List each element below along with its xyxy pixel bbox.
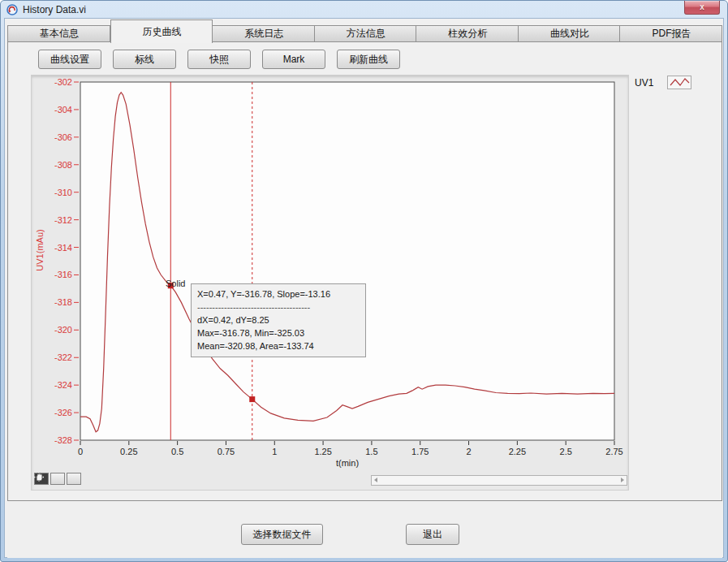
title-bar: History Data.vi x [1,1,727,18]
y-axis-label: UV1(mAu) [35,229,45,270]
y-tick-label: -312 [54,215,72,225]
scroll-right-arrow[interactable] [621,478,624,482]
y-tick-label: -316 [54,270,72,279]
tab-system-log[interactable]: 系统日志 [213,25,315,42]
tooltip-separator: -------------------------------------- [197,300,360,313]
y-tick-label: -318 [54,297,72,307]
y-tick-label: -324 [54,380,72,390]
graph-palette [34,473,81,485]
y-tick-label: -328 [54,435,72,445]
x-tick-label: 1 [272,447,277,456]
y-tick-label: -322 [54,352,72,362]
tab-pdf-report[interactable]: PDF报告 [620,25,722,42]
x-tick-label: 1.25 [314,447,331,456]
app-window: History Data.vi x 基本信息历史曲线系统日志方法信息柱效分析曲线… [0,0,728,562]
window-title: History Data.vi [23,4,86,15]
tab-curve-compare[interactable]: 曲线对比 [519,25,621,42]
y-tick-label: -310 [54,188,72,197]
mark-button[interactable]: Mark [262,50,325,69]
hand-icon [34,473,44,482]
x-tick-label: 1.75 [411,447,429,456]
horizontal-scrollbar[interactable] [371,475,627,486]
x-tick-label: 0 [78,447,83,456]
toolbar: 曲线设置标线快照Mark刷新曲线 [38,50,400,69]
tooltip-line-maxmin: Max=-316.78, Min=-325.03 [197,326,360,339]
x-tick-label: 0.5 [171,447,183,456]
snapshot-button[interactable]: 快照 [187,50,251,69]
tab-basic-info[interactable]: 基本信息 [7,25,110,42]
pan-tool-button[interactable] [67,473,81,485]
footer-bar: 选择数据文件退出 [7,501,722,558]
client-area: 基本信息历史曲线系统日志方法信息柱效分析曲线对比PDF报告 曲线设置标线快照Ma… [4,18,724,558]
curve-settings-button[interactable]: 曲线设置 [38,50,101,69]
tab-page-history-curve: 曲线设置标线快照Mark刷新曲线 -302-304-306-308-310-31… [7,41,722,501]
cursor-label: Solid [166,279,185,288]
x-axis-ticks: 00.250.50.7511.251.51.7522.252.52.75 [78,441,623,456]
y-tick-label: -326 [54,408,72,417]
close-icon: x [700,3,704,11]
x-tick-label: 1.5 [365,447,377,456]
y-tick-label: -308 [54,160,72,170]
legend-line-sample[interactable] [667,76,691,89]
chart-panel: -302-304-306-308-310-312-314-316-318-320… [31,75,629,491]
x-tick-label: 2 [466,447,471,456]
close-button[interactable]: x [684,1,720,15]
x-tick-label: 2.75 [605,447,622,456]
y-tick-label: -302 [54,77,72,87]
tooltip-line-delta: dX=0.42, dY=8.25 [197,313,360,326]
line-sample-icon [668,76,691,89]
cursor-marker[interactable] [249,396,255,402]
y-tick-label: -314 [54,243,72,253]
cursor-tooltip: X=0.47, Y=-316.78, Slope=-13.16 --------… [191,283,366,357]
marker-line-button[interactable]: 标线 [113,50,176,69]
x-tick-label: 0.25 [120,447,137,456]
y-tick-label: -320 [54,325,72,335]
y-tick-label: -304 [54,105,72,115]
y-axis-ticks: -302-304-306-308-310-312-314-316-318-320… [54,77,79,445]
plot-area[interactable] [80,82,614,440]
zoom-tool-button[interactable] [50,473,65,485]
app-icon [6,4,18,15]
tab-method-info[interactable]: 方法信息 [315,25,417,42]
legend-series-label: UV1 [635,77,653,89]
select-data-file-button[interactable]: 选择数据文件 [241,524,323,545]
tab-history-curve[interactable]: 历史曲线 [110,19,213,43]
tab-bar: 基本信息历史曲线系统日志方法信息柱效分析曲线对比PDF报告 [7,19,722,42]
chart-legend[interactable]: UV1 [635,76,691,89]
y-tick-label: -306 [54,132,72,142]
x-tick-label: 0.75 [218,447,235,456]
refresh-curve-button[interactable]: 刷新曲线 [337,50,400,69]
tab-column-efficiency[interactable]: 柱效分析 [416,25,519,42]
x-axis-label: t(min) [336,458,359,468]
scroll-left-arrow[interactable] [374,478,377,482]
tooltip-line-meanarea: Mean=-320.98, Area=-133.74 [197,339,360,352]
x-tick-label: 2.25 [509,447,526,456]
tooltip-line-position: X=0.47, Y=-316.78, Slope=-13.16 [197,287,360,300]
exit-button[interactable]: 退出 [406,524,459,545]
x-tick-label: 2.5 [560,447,572,456]
